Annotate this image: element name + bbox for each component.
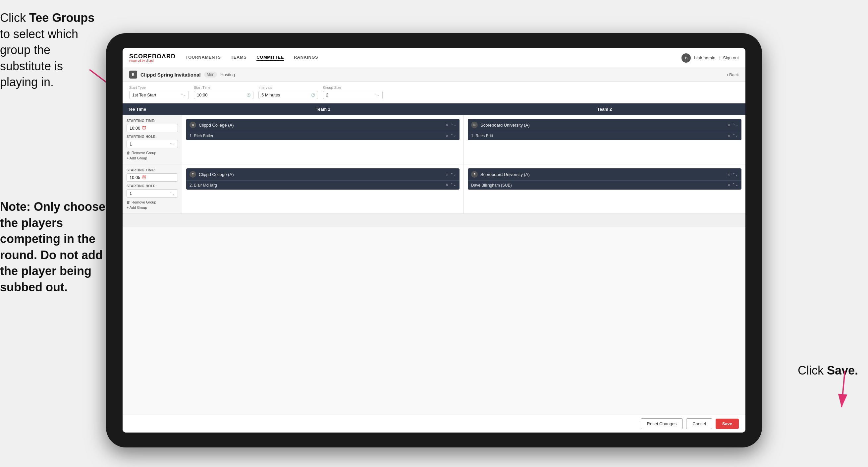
remove-group-btn-1[interactable]: 🗑 Remove Group — [127, 151, 178, 155]
player-arrows-icon-2-1[interactable]: ⌃⌄ — [732, 133, 738, 138]
start-time-icon: 🕐 — [247, 93, 250, 97]
th-team1: Team 1 — [182, 104, 464, 115]
remove-icon-2: 🗑 — [127, 200, 130, 204]
player-arrows-icon-2-2[interactable]: ⌃⌄ — [732, 183, 738, 187]
player-close-icon-2-1[interactable]: × — [727, 133, 730, 138]
starting-hole-label-2: STARTING HOLE: — [127, 184, 178, 188]
team1-arrows-icon-2[interactable]: ⌃⌄ — [450, 172, 456, 177]
team2-close-icon-2[interactable]: × — [727, 172, 730, 177]
group-size-select[interactable]: 2 ⌃⌄ — [323, 91, 383, 99]
logo-sub: Powered by clippd — [129, 59, 176, 62]
start-type-select[interactable]: 1st Tee Start ⌃⌄ — [129, 91, 189, 99]
intervals-label: Intervals — [258, 86, 318, 89]
player-name-2-1: 1. Rees Britt — [471, 134, 725, 138]
tee-time-input-2[interactable]: 10:05 ⏰ — [127, 173, 178, 182]
team2-card-1: S Scoreboard University (A) × ⌃⌄ 1. Rees… — [468, 119, 741, 140]
team2-arrows-icon-2[interactable]: ⌃⌄ — [732, 172, 738, 177]
tee-time-clock-icon-2: ⏰ — [142, 175, 147, 180]
intervals-select[interactable]: 5 Minutes 🕐 — [258, 91, 318, 99]
nav-tournaments[interactable]: TOURNAMENTS — [186, 55, 221, 61]
player-close-icon-1-2[interactable]: × — [445, 183, 448, 187]
breadcrumb-icon: B — [129, 70, 137, 79]
team1-close-icon-1[interactable]: × — [445, 123, 448, 127]
save-bold: Save. — [827, 363, 858, 377]
tablet-device: SCOREBOARD Powered by clippd TOURNAMENTS… — [106, 33, 762, 447]
reset-changes-button[interactable]: Reset Changes — [641, 418, 683, 429]
settings-group-size: Group Size 2 ⌃⌄ — [323, 86, 383, 99]
remove-group-label-1: Remove Group — [131, 151, 156, 155]
tee-hole-input-1[interactable]: 1 ⌃⌄ — [127, 140, 178, 148]
breadcrumb-back[interactable]: Back — [726, 72, 739, 77]
team1-name-1: Clippd College (A) — [199, 123, 443, 127]
note-text: Note: Only choose the players competing … — [0, 199, 109, 296]
tee-time-value-1: 10:00 — [129, 126, 141, 130]
team2-controls-2: × ⌃⌄ — [727, 172, 738, 177]
save-button[interactable]: Save — [716, 418, 739, 429]
remove-icon-1: 🗑 — [127, 151, 130, 155]
bottom-bar: Reset Changes Cancel Save — [123, 415, 745, 433]
player-close-icon-2-2[interactable]: × — [727, 183, 730, 187]
sign-out-link[interactable]: Sign out — [723, 55, 739, 60]
start-type-arrow: ⌃⌄ — [181, 93, 186, 97]
nav-right: B blair admin | Sign out — [681, 53, 739, 63]
team2-col-1: S Scoreboard University (A) × ⌃⌄ 1. Rees… — [464, 115, 745, 164]
breadcrumb-badge: Men — [204, 71, 217, 78]
add-group-btn-2[interactable]: + Add Group — [127, 205, 178, 209]
player-arrows-icon-1-2[interactable]: ⌃⌄ — [450, 183, 456, 187]
nav-committee[interactable]: COMMITTEE — [256, 55, 284, 61]
team2-card-header-2: S Scoreboard University (A) × ⌃⌄ — [468, 168, 741, 180]
logo-main: SCOREBOARD — [129, 53, 176, 59]
player-arrows-icon-1-1[interactable]: ⌃⌄ — [450, 133, 456, 138]
team1-card-header-1: C Clippd College (A) × ⌃⌄ — [186, 119, 460, 131]
add-group-btn-1[interactable]: + Add Group — [127, 156, 178, 160]
team1-close-icon-2[interactable]: × — [445, 172, 448, 177]
starting-time-label-2: STARTING TIME: — [127, 168, 178, 172]
team2-arrows-icon-1[interactable]: ⌃⌄ — [732, 123, 738, 127]
team2-col-2: S Scoreboard University (A) × ⌃⌄ Dave Bi… — [464, 165, 745, 213]
team1-controls-2: × ⌃⌄ — [445, 172, 456, 177]
remove-group-btn-2[interactable]: 🗑 Remove Group — [127, 200, 178, 204]
settings-row: Start Type 1st Tee Start ⌃⌄ Start Time 1… — [123, 82, 745, 104]
team2-controls-1: × ⌃⌄ — [727, 123, 738, 127]
tee-time-clock-icon-1: ⏰ — [142, 126, 147, 130]
cancel-button[interactable]: Cancel — [686, 418, 712, 429]
breadcrumb-title: Clippd Spring Invitational — [141, 72, 201, 78]
team1-card-1: C Clippd College (A) × ⌃⌄ 1. Rich Butler… — [186, 119, 460, 140]
navbar: SCOREBOARD Powered by clippd TOURNAMENTS… — [123, 48, 745, 68]
starting-time-label-1: STARTING TIME: — [127, 119, 178, 123]
player-controls-2-2: × ⌃⌄ — [727, 183, 738, 187]
player-row-1-2: 2. Blair McHarg × ⌃⌄ — [186, 180, 460, 189]
start-time-select[interactable]: 10:00 🕐 — [194, 91, 253, 99]
team1-arrows-icon-1[interactable]: ⌃⌄ — [450, 123, 456, 127]
team1-name-2: Clippd College (A) — [199, 172, 443, 177]
note-prefix: Note: — [0, 200, 34, 213]
nav-rankings[interactable]: RANKINGS — [294, 55, 318, 61]
team2-close-icon-1[interactable]: × — [727, 123, 730, 127]
player-controls-2-1: × ⌃⌄ — [727, 133, 738, 138]
team2-icon-2: S — [471, 171, 478, 178]
start-type-value: 1st Tee Start — [132, 92, 156, 97]
tee-hole-arrows-2: ⌃⌄ — [169, 192, 175, 195]
team1-card-2: C Clippd College (A) × ⌃⌄ 2. Blair McHar… — [186, 168, 460, 189]
nav-links: TOURNAMENTS TEAMS COMMITTEE RANKINGS — [186, 55, 681, 61]
tee-left-2: STARTING TIME: 10:05 ⏰ STARTING HOLE: 1 … — [123, 165, 182, 213]
team2-icon-1: S — [471, 122, 478, 128]
avatar: B — [681, 53, 691, 63]
instruction-bold: Tee Groups — [29, 11, 94, 25]
player-controls-1-2: × ⌃⌄ — [445, 183, 456, 187]
tee-hole-input-2[interactable]: 1 ⌃⌄ — [127, 189, 178, 198]
team1-col-1: C Clippd College (A) × ⌃⌄ 1. Rich Butler… — [182, 115, 464, 164]
intervals-value: 5 Minutes — [261, 92, 280, 97]
player-close-icon-1-1[interactable]: × — [445, 133, 448, 138]
tee-row-1: STARTING TIME: 10:00 ⏰ STARTING HOLE: 1 … — [123, 115, 745, 165]
player-row-2-2: Dave Billingham (SUB) × ⌃⌄ — [468, 180, 741, 189]
nav-username: blair admin — [694, 55, 715, 60]
player-row-2-1: 1. Rees Britt × ⌃⌄ — [468, 131, 741, 140]
th-team2: Team 2 — [464, 104, 745, 115]
team1-icon-1: C — [189, 122, 196, 128]
nav-teams[interactable]: TEAMS — [230, 55, 247, 61]
team1-card-header-2: C Clippd College (A) × ⌃⌄ — [186, 168, 460, 180]
tee-actions-1: 🗑 Remove Group + Add Group — [127, 151, 178, 160]
team2-card-header-1: S Scoreboard University (A) × ⌃⌄ — [468, 119, 741, 131]
tee-time-input-1[interactable]: 10:00 ⏰ — [127, 124, 178, 132]
